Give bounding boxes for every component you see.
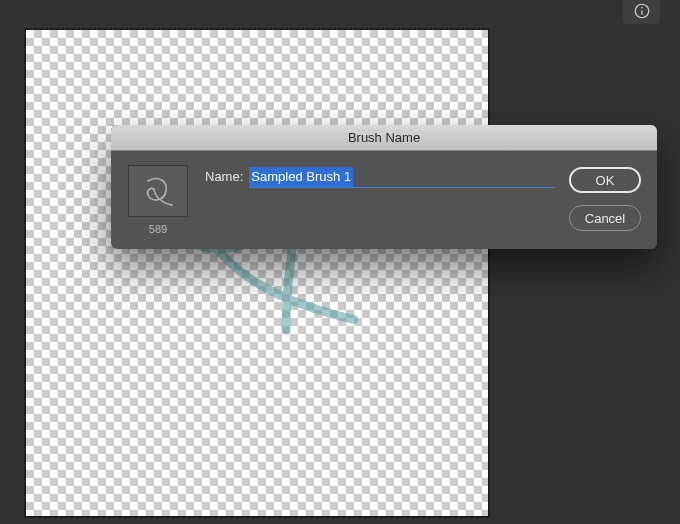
brush-thumb-column: 589 [125, 165, 191, 235]
cancel-button[interactable]: Cancel [569, 205, 641, 231]
cancel-button-label: Cancel [585, 211, 625, 226]
brush-size-label: 589 [149, 223, 167, 235]
svg-point-2 [641, 6, 643, 8]
dialog-titlebar[interactable]: Brush Name [111, 125, 657, 151]
canvas[interactable] [25, 29, 489, 517]
name-label: Name: [205, 167, 243, 187]
ok-button-label: OK [596, 173, 615, 188]
dialog-buttons: OK Cancel [569, 165, 641, 235]
dialog-body: 589 Name: Sampled Brush 1 OK Cancel [111, 151, 657, 249]
info-icon [633, 2, 651, 20]
brush-name-dialog: Brush Name 589 Name: Sampled Brush 1 OK … [111, 125, 657, 249]
ok-button[interactable]: OK [569, 167, 641, 193]
dialog-title: Brush Name [348, 130, 420, 145]
name-field-row: Name: Sampled Brush 1 [205, 165, 555, 235]
brush-stroke [26, 30, 488, 516]
name-input-value: Sampled Brush 1 [249, 167, 353, 187]
name-input[interactable]: Sampled Brush 1 [249, 167, 555, 188]
info-button[interactable] [623, 0, 660, 24]
brush-thumbnail [128, 165, 188, 217]
